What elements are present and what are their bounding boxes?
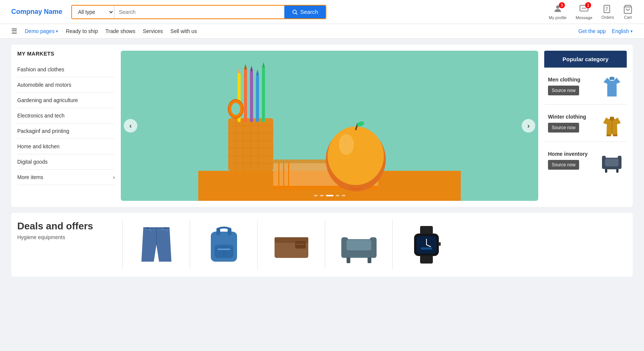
source-now-men-button[interactable]: Source now (548, 86, 579, 95)
orders-icon (603, 5, 612, 14)
navbar-left: ☰ Demo pages ▾ Ready to ship Trade shows… (11, 27, 569, 35)
search-type-select[interactable]: All typeProductsSuppliersCategories (72, 6, 114, 18)
svg-rect-81 (420, 226, 433, 234)
deals-products (122, 220, 627, 269)
svg-point-5 (583, 8, 584, 9)
svg-line-1 (296, 13, 297, 15)
svg-rect-61 (164, 227, 167, 229)
header: Compnay Name All typeProductsSuppliersCa… (0, 0, 644, 24)
svg-rect-89 (421, 247, 432, 250)
hero-next-button[interactable]: › (522, 119, 535, 133)
popular-category: Popular category Men clothing Source now (544, 51, 627, 201)
svg-point-6 (585, 8, 586, 9)
hero-illustration (121, 51, 538, 201)
source-now-winter-button[interactable]: Source now (548, 123, 579, 133)
company-logo[interactable]: Compnay Name (11, 8, 64, 16)
svg-rect-78 (347, 240, 371, 250)
source-now-home-button[interactable]: Source now (548, 160, 579, 170)
nav-services[interactable]: Services (143, 28, 163, 34)
sidebar: MY MARKETS Fashion and clothes Automobil… (17, 51, 115, 201)
sidebar-item-digital-goods[interactable]: Digital goods (17, 154, 115, 170)
search-input[interactable] (114, 6, 284, 18)
nav-ready-to-ship[interactable]: Ready to ship (66, 28, 98, 34)
deals-title: Deals and offers (17, 220, 115, 232)
watch-image (402, 224, 451, 265)
main-content: MY MARKETS Fashion and clothes Automobil… (0, 39, 644, 283)
nav-sell-with-us[interactable]: Sell with us (170, 28, 197, 34)
svg-rect-50 (613, 134, 617, 136)
sidebar-item-gardening[interactable]: Gardening and agriculture (17, 93, 115, 108)
svg-rect-34 (250, 71, 253, 122)
armchair-image (335, 224, 383, 265)
svg-rect-80 (368, 257, 371, 263)
svg-rect-49 (606, 134, 611, 136)
search-button[interactable]: Search (284, 6, 326, 18)
hero-banner: ‹ › (121, 51, 538, 201)
hero-prev-button[interactable]: ‹ (124, 119, 137, 133)
svg-point-43 (328, 127, 384, 185)
deal-armchair[interactable] (325, 220, 392, 269)
hamburger-menu[interactable]: ☰ (11, 27, 17, 35)
category-winter-name: Winter clothing (548, 114, 597, 120)
hero-dot-2[interactable] (320, 195, 324, 196)
get-the-app[interactable]: Get the app (578, 28, 606, 34)
svg-rect-47 (609, 77, 614, 80)
navbar-right: Get the app English ▾ (578, 28, 633, 34)
deal-backpack[interactable] (190, 220, 257, 269)
deal-watch[interactable] (392, 220, 460, 269)
category-home-name: Home inventory (548, 151, 597, 157)
demo-pages-chevron: ▾ (56, 29, 58, 34)
wallet-image (267, 224, 316, 265)
jeans-image (132, 224, 181, 265)
popular-category-title: Popular category (544, 51, 627, 68)
svg-point-4 (582, 8, 583, 9)
svg-rect-57 (616, 169, 618, 173)
svg-rect-60 (146, 227, 149, 229)
hero-dot-5[interactable] (342, 195, 345, 196)
men-clothing-image (600, 73, 623, 99)
svg-rect-90 (439, 242, 441, 246)
svg-rect-79 (347, 257, 350, 263)
header-icons: 3 My profile 1 Message (549, 4, 633, 20)
cart-icon-item[interactable]: Cart (623, 5, 633, 20)
sidebar-item-electronics[interactable]: Electronics and tech (17, 108, 115, 124)
svg-rect-82 (420, 255, 433, 264)
navbar: ☰ Demo pages ▾ Ready to ship Trade shows… (0, 24, 644, 39)
search-bar: All typeProductsSuppliersCategories Sear… (71, 5, 326, 19)
sidebar-item-packaging[interactable]: Packaginf and printing (17, 124, 115, 139)
my-profile-icon-item[interactable]: 3 My profile (549, 4, 567, 20)
deals-subtitle: Hygiene equipments (17, 234, 115, 240)
sidebar-item-more[interactable]: More items › (17, 170, 115, 185)
language-selector[interactable]: English ▾ (612, 28, 633, 34)
deal-wallet[interactable] (257, 220, 325, 269)
sidebar-title: MY MARKETS (17, 51, 115, 57)
home-inventory-image (600, 147, 623, 173)
deals-section: Deals and offers Hygiene equipments (11, 213, 633, 277)
hero-dot-1[interactable] (314, 195, 318, 196)
svg-rect-38 (262, 68, 265, 122)
cart-icon (623, 5, 633, 14)
deal-jeans[interactable] (122, 220, 190, 269)
more-items-arrow: › (113, 174, 115, 180)
svg-rect-65 (218, 249, 230, 250)
language-chevron: ▾ (630, 29, 633, 34)
svg-point-44 (339, 134, 354, 155)
svg-rect-36 (256, 75, 259, 122)
profile-badge: 3 (559, 2, 565, 8)
hero-dot-4[interactable] (336, 195, 339, 196)
hero-dot-3[interactable] (326, 195, 333, 196)
message-icon-item[interactable]: 1 Message (576, 4, 593, 20)
svg-rect-73 (296, 244, 305, 245)
sidebar-item-automobile[interactable]: Automobile and motors (17, 77, 115, 93)
main-card: MY MARKETS Fashion and clothes Automobil… (11, 45, 633, 207)
hero-dots (314, 195, 345, 196)
svg-point-41 (231, 103, 240, 115)
sidebar-item-home-kitchen[interactable]: Home and kitchen (17, 139, 115, 154)
category-home-inventory: Home inventory Source now (544, 142, 627, 179)
orders-icon-item[interactable]: Orders (601, 5, 614, 20)
nav-demo-pages[interactable]: Demo pages ▾ (25, 28, 58, 34)
nav-trade-shows[interactable]: Trade shows (105, 28, 135, 34)
deals-info: Deals and offers Hygiene equipments (17, 220, 122, 269)
svg-point-0 (293, 10, 296, 13)
sidebar-item-fashion[interactable]: Fashion and clothes (17, 62, 115, 77)
